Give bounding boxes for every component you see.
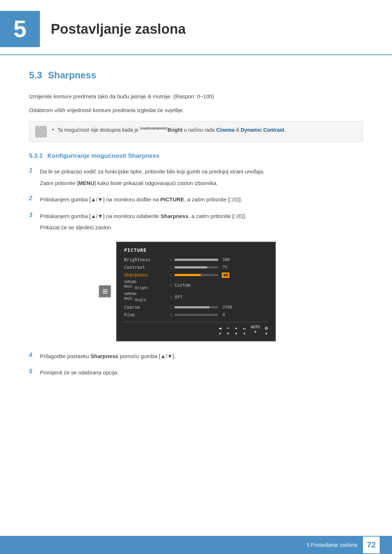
coarse-bar	[175, 306, 218, 308]
screen-row-brightness: Brightness : 100	[124, 257, 268, 263]
brightness-num: 100	[222, 257, 230, 262]
note-block: • Ta mogućnost nije dostupna kada je SAM…	[29, 121, 363, 142]
step-num-4: 4	[29, 352, 40, 358]
btn-enter-icon: ↵	[243, 325, 246, 331]
dynamic-contrast-label: Dynamic Contrast	[241, 127, 284, 133]
chapter-number: 5	[0, 11, 40, 47]
screen-row-magic-angle: SAMSUNG MAGIC Angle : Off	[124, 292, 268, 303]
step-num-2: 2	[29, 195, 40, 202]
step-1-line-1: Da bi se prikazao vodič za funkcijske ti…	[40, 167, 363, 176]
brightness-bar	[175, 259, 218, 261]
subsection-title: Konfiguriranje mogućnosti Sharpness	[48, 152, 160, 159]
step-5: 5 Primijenit će se odabrana opcija.	[29, 368, 363, 379]
magic-angle-value: Off	[175, 295, 268, 300]
step-3-content: Pritiskanjem gumba [▲/▼] na monitoru oda…	[40, 212, 363, 234]
step-num-3: 3	[29, 212, 40, 218]
footer-page-number: 72	[363, 537, 380, 553]
btn-gear-label: ▼	[265, 332, 268, 336]
magic-angle-sep: :	[170, 295, 172, 300]
coarse-num: 2160	[222, 305, 232, 309]
step-1-content: Da bi se prikazao vodič za funkcijske ti…	[40, 167, 363, 190]
magic-bright-sep: :	[170, 283, 172, 288]
step-5-content: Primijenit će se odabrana opcija.	[40, 368, 363, 379]
samsung-label: SAMSUNG	[140, 127, 157, 130]
step-3-line-2: Prikazat će se sljedeći zaslon.	[40, 223, 363, 232]
btn-minus-icon: ─	[226, 325, 229, 331]
screen-btn-minus: ─ ▼	[226, 325, 229, 336]
screen-row-magic-bright: SAMSUNG MAGIC Bright : Custom	[124, 280, 268, 291]
step-1-line-2: Zatim pritisnite [MENU] kako biste prika…	[40, 178, 363, 188]
screen-title: PICTURE	[124, 247, 268, 253]
intro-text-2: Odabirom viših vrijednosti konture predm…	[29, 106, 363, 115]
screen-row-fine: Fine : 0	[124, 312, 268, 318]
sharpness-fill	[175, 274, 201, 276]
screen-btn-enter: ↵ ▼	[243, 325, 246, 336]
btn-plus-label: ▼	[235, 332, 237, 336]
btn-auto-icon: AUTO	[251, 325, 260, 329]
subsection-heading: 5.3.1 Konfiguriranje mogućnosti Sharpnes…	[29, 152, 363, 160]
note-text: Ta mogućnost nije dostupna kada je SAMSU…	[57, 126, 286, 134]
screen-wrapper: ⊞ PICTURE Brightness : 100	[116, 242, 276, 341]
step-5-line: Primijenit će se odabrana opcija.	[40, 368, 363, 377]
brightness-value: 100	[175, 257, 268, 262]
coarse-value: 2160	[175, 305, 268, 309]
screen-row-coarse: Coarse : 2160	[124, 304, 268, 311]
intro-text-1: Izmijenite konture predmeta tako da budu…	[29, 92, 363, 101]
coarse-fill	[175, 306, 209, 308]
fine-bar	[175, 314, 218, 316]
btn-gear-icon: ⚙	[265, 325, 268, 331]
screen-bottom-bar: ◄ ▼ ─ ▼ ✦ ▼ ↵ ▼	[124, 322, 268, 336]
step-3-line-1: Pritiskanjem gumba [▲/▼] na monitoru oda…	[40, 212, 363, 221]
brightness-sep: :	[170, 257, 172, 262]
btn-plus-icon: ✦	[235, 325, 238, 331]
contrast-fill	[175, 266, 207, 268]
magic-angle-label: SAMSUNG MAGIC Angle	[124, 292, 168, 302]
contrast-num: 75	[222, 265, 227, 270]
screen-row-contrast: Contrast : 75	[124, 264, 268, 271]
coarse-sep: :	[170, 305, 172, 310]
btn-enter-label: ▼	[243, 332, 245, 336]
brightness-fill	[175, 259, 218, 261]
screen-container: ⊞ PICTURE Brightness : 100	[29, 242, 363, 341]
btn-auto-label: ▼	[254, 330, 257, 334]
fine-label: Fine	[124, 312, 168, 317]
section-number: 5.3	[29, 70, 42, 81]
note-bullet: •	[52, 126, 54, 132]
fine-value: 0	[175, 312, 268, 317]
subsection-number: 5.3.1	[29, 152, 43, 159]
footer-text: 5 Postavljanje zaslona	[307, 542, 357, 548]
screen-rows: Brightness : 100 Contrast	[124, 257, 268, 318]
footer: 5 Postavljanje zaslona 72	[0, 536, 392, 554]
screen-btn-plus: ✦ ▼	[235, 325, 238, 336]
section-title: Sharpness	[48, 70, 96, 81]
step-num-1: 1	[29, 167, 40, 174]
note-icon	[35, 126, 47, 138]
sharpness-value: 60	[175, 272, 268, 278]
step-4-line: Prilagodite postavku Sharpness pomoću gu…	[40, 352, 363, 361]
chapter-header: 5 Postavljanje zaslona	[0, 0, 392, 55]
magic-bright-value: Custom	[175, 283, 268, 288]
screen-row-sharpness: Sharpness : 60	[124, 272, 268, 279]
step-4-content: Prilagodite postavku Sharpness pomoću gu…	[40, 352, 363, 363]
contrast-sep: :	[170, 265, 172, 270]
fine-num: 0	[222, 312, 225, 317]
magic-bright-label: SAMSUNG MAGIC Bright	[124, 280, 168, 290]
sharpness-sep: :	[170, 272, 172, 278]
sharpness-num: 60	[222, 272, 229, 278]
btn-left-icon: ◄	[219, 325, 221, 331]
btn-left-label: ▼	[219, 332, 221, 336]
magic-label: MAGIC	[157, 127, 168, 130]
brightness-label: Brightness	[124, 257, 168, 262]
btn-minus-label: ▼	[227, 332, 229, 336]
steps-list: 1 Da bi se prikazao vodič za funkcijske …	[29, 167, 363, 379]
screen-btn-auto: AUTO ▼	[251, 325, 260, 336]
contrast-label: Contrast	[124, 265, 168, 270]
step-4: 4 Prilagodite postavku Sharpness pomoću …	[29, 352, 363, 363]
sharpness-label: Sharpness	[124, 272, 168, 278]
section-heading: 5.3 Sharpness	[29, 70, 363, 81]
step-num-5: 5	[29, 368, 40, 375]
step-1: 1 Da bi se prikazao vodič za funkcijske …	[29, 167, 363, 190]
sharpness-bar	[175, 274, 218, 276]
contrast-value: 75	[175, 265, 268, 270]
step-3: 3 Pritiskanjem gumba [▲/▼] na monitoru o…	[29, 212, 363, 234]
